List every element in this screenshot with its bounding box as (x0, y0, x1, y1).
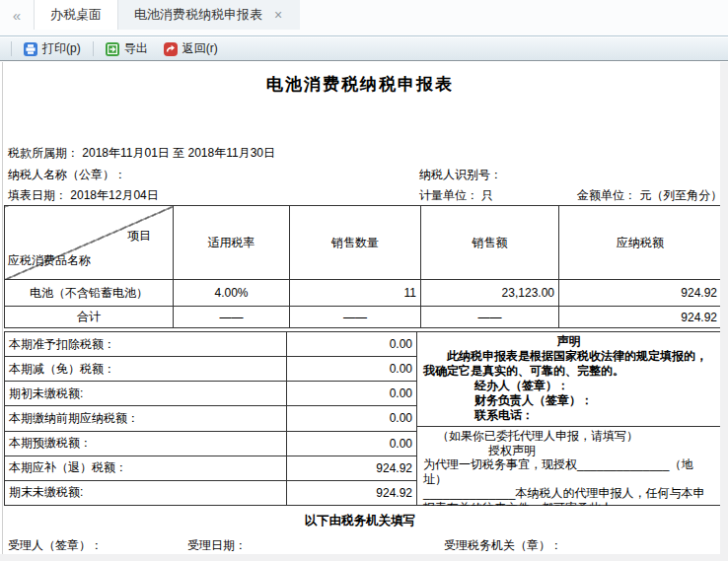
tax-authority-fields: 受理人（签章）： 受理日期： 受理税务机关（章）： (0, 537, 720, 553)
accept-date-label: 受理日期： (187, 537, 247, 554)
tab-label: 电池消费税纳税申报表 (134, 6, 262, 24)
field-value: 924.92 (287, 480, 417, 505)
back-button[interactable]: 返回(r) (159, 38, 223, 59)
column-header-sales: 销售额 (421, 206, 559, 280)
declaration-body: 此纳税申报表是根据国家税收法律的规定填报的，我确定它是真实的、可靠的、完整的。 (423, 349, 714, 379)
table-total-row: 合计 —— —— —— 924.92 (5, 307, 722, 328)
export-icon (106, 42, 119, 56)
declaration-title: 声明 (423, 334, 714, 349)
field-row: 本期减（免）税额： 0.00 (5, 357, 417, 382)
close-icon[interactable]: × (272, 8, 284, 22)
item-rate-cell: 4.00% (174, 280, 290, 307)
authorization-title: 授权声明 (423, 444, 714, 458)
declaration-block: 声明 此纳税申报表是根据国家税收法律的规定填报的，我确定它是真实的、可靠的、完整… (417, 332, 720, 427)
field-row: 本期预缴税额： 0.00 (5, 431, 417, 456)
tab-tax-desktop[interactable]: 办税桌面 (34, 0, 118, 30)
tax-items-table: 项目 应税消费品名称 适用税率 销售数量 销售额 应纳税额 电池（不含铅蓄电池）… (4, 205, 722, 328)
field-row: 本期缴纳前期应纳税额： 0.00 (5, 406, 417, 431)
period-label: 税款所属期： (8, 146, 79, 160)
tax-summary-fields: 本期准予扣除税额： 0.00 本期减（免）税额： 0.00 期初未缴税额: 0.… (4, 331, 417, 506)
corner-bottom-label: 应税消费品名称 (8, 252, 91, 269)
lower-section: 本期准予扣除税额： 0.00 本期减（免）税额： 0.00 期初未缴税额: 0.… (4, 331, 721, 506)
field-label: 本期缴纳前期应纳税额： (5, 406, 287, 431)
fill-date-value: 2018年12月04日 (70, 188, 158, 202)
total-rate-cell: —— (174, 307, 290, 328)
field-value: 0.00 (287, 357, 417, 382)
taxpayer-id-label: 纳税人识别号： (419, 168, 502, 181)
declaration-agent-line: 经办人（签章）： (423, 379, 714, 393)
item-tax-cell: 924.92 (559, 280, 722, 307)
print-button[interactable]: 打印(p) (19, 38, 86, 59)
field-value: 0.00 (287, 332, 417, 357)
field-label: 本期减（免）税额： (5, 357, 287, 382)
field-row: 本期应补（退）税额： 924.92 (5, 456, 417, 480)
column-header-tax: 应纳税额 (559, 206, 722, 280)
taxpayer-name-label: 纳税人名称（公章）： (8, 168, 126, 181)
horizontal-scrollbar[interactable] (0, 554, 720, 561)
field-row: 本期准予扣除税额： 0.00 (5, 332, 417, 357)
collapse-tabs-icon[interactable]: « (0, 0, 34, 30)
declaration-phone-line: 联系电话： (423, 408, 714, 423)
toolbar-divider (11, 41, 12, 56)
table-header-row: 项目 应税消费品名称 适用税率 销售数量 销售额 应纳税额 (5, 206, 722, 280)
field-label: 本期应补（退）税额： (5, 456, 287, 480)
toolbar-divider (93, 41, 94, 56)
authorization-hint: （如果你已委托代理人申报，请填写） (423, 429, 714, 444)
tab-battery-tax-form[interactable]: 电池消费税纳税申报表 × (118, 0, 300, 30)
field-row: 期末未缴税额: 924.92 (5, 480, 417, 505)
field-row: 期初未缴税额: 0.00 (5, 382, 417, 406)
corner-top-label: 项目 (127, 228, 151, 245)
back-button-label: 返回(r) (182, 40, 218, 57)
export-button[interactable]: 导出 (101, 38, 153, 59)
authorization-block: （如果你已委托代理人申报，请填写） 授权声明 为代理一切税务事宜，现授权____… (417, 427, 720, 506)
toolbar: 打印(p) 导出 返回(r) (0, 37, 728, 61)
printer-icon (24, 42, 37, 56)
tab-bar: « 办税桌面 电池消费税纳税申报表 × (0, 0, 728, 36)
declaration-authorization-box: 声明 此纳税申报表是根据国家税收法律的规定填报的，我确定它是真实的、可靠的、完整… (417, 331, 721, 506)
receiver-label: 受理人（签章）： (8, 537, 103, 554)
form-content-area: 电池消费税纳税申报表 税款所属期： 2018年11月01日 至 2018年11月… (0, 62, 728, 561)
measure-unit-label: 计量单位： (419, 188, 478, 202)
field-label: 期初未缴税额: (5, 382, 287, 406)
field-value: 0.00 (287, 382, 417, 406)
panel-border (2, 62, 3, 561)
field-value: 924.92 (287, 456, 417, 480)
total-tax-cell: 924.92 (559, 307, 722, 328)
authorization-line1: 为代理一切税务事宜，现授权______________（地址） (423, 457, 714, 486)
item-name-cell: 电池（不含铅蓄电池） (5, 280, 174, 307)
field-label: 期末未缴税额: (5, 480, 287, 505)
return-arrow-icon (164, 42, 178, 56)
total-label-cell: 合计 (5, 307, 174, 328)
declaration-cfo-line: 财务负责人（签章）： (423, 393, 714, 408)
diagonal-header-cell: 项目 应税消费品名称 (5, 206, 174, 280)
item-sales-cell: 23,123.00 (421, 280, 559, 307)
field-value: 0.00 (287, 431, 417, 456)
field-value: 0.00 (287, 406, 417, 431)
column-header-rate: 适用税率 (174, 206, 290, 280)
amount-unit-label: 金额单位： (577, 188, 636, 202)
column-header-qty: 销售数量 (290, 206, 421, 280)
measure-unit-value: 只 (481, 188, 493, 202)
authorization-line2: ______________本纳税人的代理申报人，任何与本申报表有关的往来文件，… (423, 486, 714, 506)
item-qty-cell: 11 (290, 280, 421, 307)
tax-authority-section-title: 以下由税务机关填写 (0, 513, 720, 529)
total-qty-cell: —— (290, 307, 421, 328)
fill-date-label: 填表日期： (8, 188, 67, 202)
period-value: 2018年11月01日 至 2018年11月30日 (82, 146, 275, 160)
field-label: 本期准予扣除税额： (5, 332, 287, 357)
total-sales-cell: —— (421, 307, 559, 328)
export-button-label: 导出 (124, 40, 148, 57)
page-title: 电池消费税纳税申报表 (0, 73, 720, 96)
tab-label: 办税桌面 (50, 6, 102, 24)
app-window: « 办税桌面 电池消费税纳税申报表 × 打印(p) (0, 0, 728, 561)
table-row: 电池（不含铅蓄电池） 4.00% 11 23,123.00 924.92 (5, 280, 722, 307)
field-label: 本期预缴税额： (5, 431, 287, 456)
accept-authority-label: 受理税务机关（章）： (444, 537, 562, 554)
vertical-scrollbar[interactable] (720, 62, 728, 561)
amount-unit-value: 元（列至角分） (639, 188, 722, 202)
print-button-label: 打印(p) (42, 40, 81, 57)
